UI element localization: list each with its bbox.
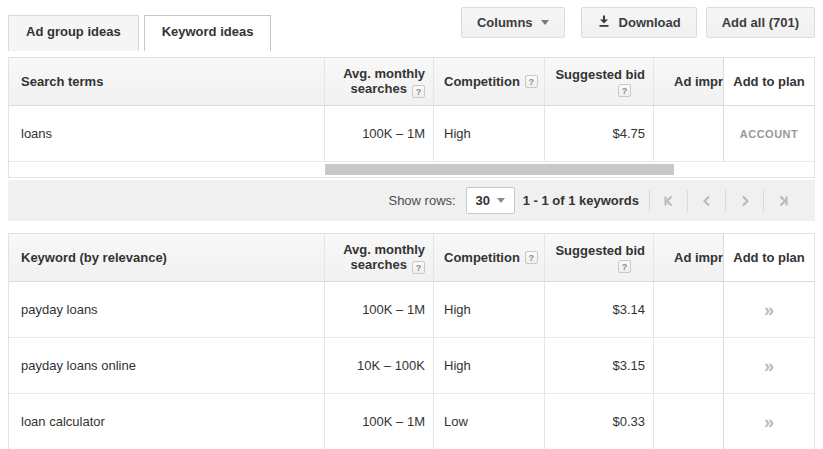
- help-icon[interactable]: ?: [525, 75, 538, 88]
- ad-impr-cell: [653, 394, 723, 449]
- tab-ad-group-ideas-label: Ad group ideas: [26, 24, 121, 39]
- download-icon: [597, 14, 611, 31]
- next-page-button[interactable]: [726, 189, 763, 213]
- chevron-down-icon: [541, 20, 549, 25]
- header-suggested-bid: Suggested bid ?: [544, 234, 653, 281]
- pager-controls: [649, 189, 801, 213]
- header-suggested-bid: Suggested bid ?: [544, 58, 653, 105]
- help-icon[interactable]: ?: [412, 85, 425, 98]
- help-icon[interactable]: ?: [618, 84, 631, 97]
- search-terms-table: Search terms Avg. monthly searches? Comp…: [8, 57, 815, 178]
- keyword-cell: payday loans online: [9, 338, 324, 393]
- help-icon[interactable]: ?: [618, 260, 631, 273]
- download-button[interactable]: Download: [581, 7, 697, 38]
- account-status: ACCOUNT: [723, 106, 814, 161]
- last-page-icon: [776, 194, 790, 208]
- table-row: loans 100K – 1M High $4.75 ACCOUNT: [9, 106, 814, 162]
- tab-keyword-ideas-label: Keyword ideas: [162, 24, 254, 39]
- suggested-bid-cell: $3.15: [544, 338, 653, 393]
- table-row: payday loans 100K – 1M High $3.14 »: [9, 282, 814, 338]
- ad-impr-cell: [653, 338, 723, 393]
- header-add-to-plan: Add to plan: [723, 234, 814, 281]
- header-search-terms: Search terms: [9, 58, 324, 105]
- competition-cell: High: [433, 282, 544, 337]
- competition-cell: High: [433, 338, 544, 393]
- table-row: loan calculator 100K – 1M Low $0.33 »: [9, 394, 814, 449]
- add-to-plan-cell: »: [723, 394, 814, 449]
- ad-impr-cell: [653, 106, 723, 161]
- search-term-cell: loans: [9, 106, 324, 161]
- tab-strip: Ad group ideas Keyword ideas: [8, 15, 271, 51]
- columns-button[interactable]: Columns: [461, 7, 565, 38]
- first-page-icon: [662, 194, 676, 208]
- add-to-plan-cell: »: [723, 338, 814, 393]
- suggested-bid-cell: $0.33: [544, 394, 653, 449]
- first-page-button[interactable]: [650, 189, 687, 213]
- suggested-bid-cell: $3.14: [544, 282, 653, 337]
- keyword-cell: loan calculator: [9, 394, 324, 449]
- header-keyword-by-relevance: Keyword (by relevance): [9, 234, 324, 281]
- chevron-left-icon: [700, 194, 714, 208]
- pagination-bar: Show rows: 30 1 - 1 of 1 keywords: [8, 180, 815, 221]
- tab-ad-group-ideas[interactable]: Ad group ideas: [8, 15, 139, 51]
- rows-per-page-select[interactable]: 30: [466, 187, 515, 214]
- add-all-button[interactable]: Add all (701): [706, 7, 815, 38]
- tab-keyword-ideas[interactable]: Keyword ideas: [144, 15, 272, 51]
- help-icon[interactable]: ?: [525, 251, 538, 264]
- table-row: payday loans online 10K – 100K High $3.1…: [9, 338, 814, 394]
- add-to-plan-cell: »: [723, 282, 814, 337]
- header-add-to-plan: Add to plan: [723, 58, 814, 105]
- avg-searches-cell: 10K – 100K: [324, 338, 433, 393]
- competition-cell: High: [433, 106, 544, 161]
- header-ad-impr: Ad impr.: [653, 58, 723, 105]
- rows-per-page-value: 30: [475, 193, 489, 208]
- keyword-ideas-header-row: Keyword (by relevance) Avg. monthly sear…: [9, 234, 814, 282]
- account-status-label: ACCOUNT: [740, 128, 799, 140]
- header-ad-impr: Ad impr.: [653, 234, 723, 281]
- header-competition: Competition?: [433, 234, 544, 281]
- previous-page-button[interactable]: [688, 189, 725, 213]
- add-all-button-label: Add all (701): [722, 15, 799, 30]
- download-button-label: Download: [619, 15, 681, 30]
- header-avg-monthly-searches: Avg. monthly searches?: [324, 234, 433, 281]
- top-bar: Ad group ideas Keyword ideas Columns Dow…: [8, 0, 815, 49]
- chevron-right-icon: [738, 194, 752, 208]
- keyword-ideas-table: Keyword (by relevance) Avg. monthly sear…: [8, 233, 815, 449]
- keyword-cell: payday loans: [9, 282, 324, 337]
- show-rows-label: Show rows:: [388, 193, 455, 208]
- add-to-plan-icon[interactable]: »: [764, 357, 774, 375]
- avg-searches-cell: 100K – 1M: [324, 282, 433, 337]
- add-to-plan-icon[interactable]: »: [764, 413, 774, 431]
- last-page-button[interactable]: [764, 189, 801, 213]
- competition-cell: Low: [433, 394, 544, 449]
- pagination-range: 1 - 1 of 1 keywords: [523, 193, 639, 208]
- horizontal-scrollbar-track: [9, 162, 814, 177]
- header-competition: Competition?: [433, 58, 544, 105]
- columns-button-label: Columns: [477, 15, 533, 30]
- suggested-bid-cell: $4.75: [544, 106, 653, 161]
- avg-searches-cell: 100K – 1M: [324, 394, 433, 449]
- toolbar: Columns Download Add all (701): [461, 7, 815, 38]
- avg-searches-cell: 100K – 1M: [324, 106, 433, 161]
- help-icon[interactable]: ?: [412, 261, 425, 274]
- horizontal-scrollbar-thumb[interactable]: [325, 164, 674, 175]
- chevron-down-icon: [497, 198, 505, 203]
- keyword-planner-results: Ad group ideas Keyword ideas Columns Dow…: [0, 0, 823, 449]
- search-terms-header-row: Search terms Avg. monthly searches? Comp…: [9, 58, 814, 106]
- header-avg-monthly-searches: Avg. monthly searches?: [324, 58, 433, 105]
- add-to-plan-icon[interactable]: »: [764, 301, 774, 319]
- ad-impr-cell: [653, 282, 723, 337]
